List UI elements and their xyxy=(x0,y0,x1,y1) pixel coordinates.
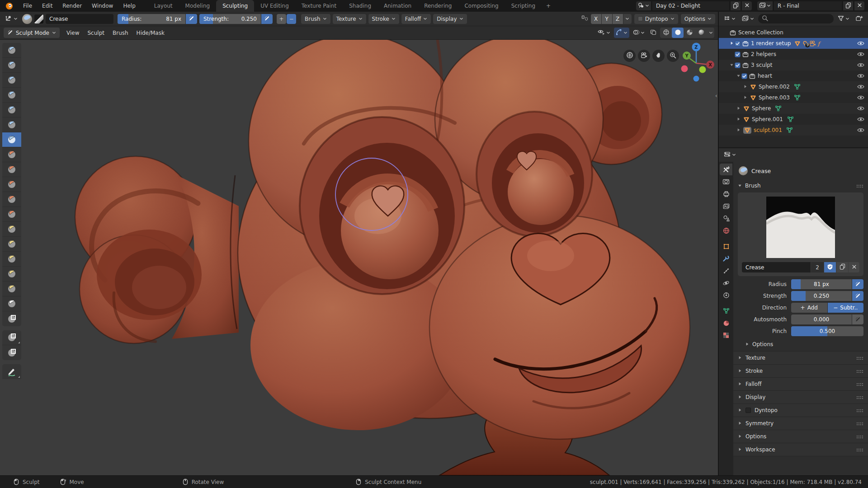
menu-file[interactable]: File xyxy=(18,0,37,12)
panel-grip[interactable] xyxy=(856,448,863,451)
viewlayer-new-button[interactable] xyxy=(843,1,853,10)
brush-inflate[interactable] xyxy=(2,103,21,117)
panel-grip[interactable] xyxy=(856,184,863,188)
brush-snake-hook[interactable] xyxy=(2,237,21,252)
properties-tab-modifiers[interactable] xyxy=(720,253,732,264)
orientation-gizmo[interactable]: Z Y X xyxy=(676,41,716,85)
tab-scripting[interactable]: Scripting xyxy=(505,0,542,12)
hide-in-viewport-toggle[interactable] xyxy=(857,95,864,100)
symmetry-dropdown[interactable] xyxy=(623,14,632,24)
properties-tab-tool[interactable] xyxy=(720,164,732,175)
expand-toggle[interactable] xyxy=(742,84,748,90)
panel-falloff[interactable]: Falloff xyxy=(733,378,868,391)
fake-user-toggle[interactable] xyxy=(824,262,836,272)
outliner-row-sculpt-001[interactable]: sculpt.001 xyxy=(719,125,868,136)
outliner-row-2-helpers[interactable]: 2 helpers xyxy=(719,49,868,60)
brush-thumb[interactable] xyxy=(2,252,21,267)
menu-render[interactable]: Render xyxy=(57,0,87,12)
hide-in-viewport-toggle[interactable] xyxy=(857,127,864,133)
collection-checkbox[interactable] xyxy=(735,41,741,47)
viewlayer-remove-button[interactable] xyxy=(854,1,864,10)
panel-grip[interactable] xyxy=(856,383,863,386)
symmetry-x-toggle[interactable]: X xyxy=(591,14,601,24)
hide-in-viewport-toggle[interactable] xyxy=(857,117,864,122)
outliner-search-input[interactable] xyxy=(758,14,834,23)
expand-toggle[interactable] xyxy=(735,127,741,133)
autosmooth-pressure-toggle[interactable] xyxy=(852,314,863,324)
brush-image-button[interactable] xyxy=(34,14,43,23)
hide-in-viewport-toggle[interactable] xyxy=(857,62,864,68)
direction-add-button[interactable]: + xyxy=(277,14,286,24)
mode-selector[interactable]: Sculpt Mode xyxy=(4,28,60,38)
expand-toggle[interactable] xyxy=(742,94,748,101)
tab-animation[interactable]: Animation xyxy=(377,0,418,12)
unlink-brush-button[interactable] xyxy=(849,262,859,272)
pinch-slider[interactable]: 0.500 xyxy=(791,326,863,336)
brush-panel-header[interactable]: Brush xyxy=(733,180,868,192)
radius-slider[interactable]: 81 px xyxy=(791,279,852,289)
properties-editor-type-selector[interactable] xyxy=(722,150,738,160)
viewport-3d[interactable]: Z Y X ‹ xyxy=(0,40,718,475)
outliner-row-1-render-setup[interactable]: 1 render setup9ƒ xyxy=(719,38,868,49)
tab-texture-paint[interactable]: Texture Paint xyxy=(295,0,343,12)
direction-subtr-button[interactable]: −Subtr.. xyxy=(828,303,864,313)
radius-slider[interactable]: Radius:81 px xyxy=(118,14,185,24)
hide-in-viewport-toggle[interactable] xyxy=(857,73,864,79)
brush-clay[interactable] xyxy=(2,58,21,73)
brush-draw[interactable] xyxy=(2,43,21,58)
brush-smooth[interactable] xyxy=(2,147,21,162)
properties-tab-object[interactable] xyxy=(720,240,732,252)
viewlayer-browse-button[interactable] xyxy=(757,1,773,10)
scene-unlink-button[interactable] xyxy=(742,1,752,10)
outliner-row-sphere-001[interactable]: Sphere.001 xyxy=(719,114,868,125)
brush-blob[interactable] xyxy=(2,117,21,132)
shading-solid-button[interactable] xyxy=(672,28,684,38)
dyntopo-panel-checkbox[interactable] xyxy=(745,408,751,413)
brush-scrape[interactable] xyxy=(2,177,21,192)
direction-add-button[interactable]: +Add xyxy=(791,303,827,313)
expand-toggle[interactable] xyxy=(735,105,741,112)
panel-grip[interactable] xyxy=(856,422,863,425)
outliner-viewlayer-icon-button[interactable] xyxy=(740,14,756,24)
brush-annotate[interactable] xyxy=(2,364,21,379)
tab-uv-editing[interactable]: UV Editing xyxy=(254,0,295,12)
brush-name-field[interactable]: Crease xyxy=(46,14,113,24)
panel-dyntopo[interactable]: Dyntopo xyxy=(733,404,868,417)
tab-modeling[interactable]: Modeling xyxy=(179,0,217,12)
viewport-menu-sculpt[interactable]: Sculpt xyxy=(83,28,108,38)
dyntopo-toggle-dropdown[interactable]: Dyntopo xyxy=(634,14,678,24)
properties-tab-object-data[interactable] xyxy=(720,305,732,317)
add-workspace-button[interactable]: + xyxy=(542,0,555,12)
shading-rendered-button[interactable] xyxy=(695,28,707,38)
brush-box-mask[interactable] xyxy=(2,330,21,345)
pan-view-button[interactable] xyxy=(652,50,665,62)
properties-tab-constraints[interactable] xyxy=(720,289,732,301)
panel-texture[interactable]: Texture xyxy=(733,352,868,365)
options-subpanel-header[interactable]: Options xyxy=(733,338,868,351)
properties-tab-physics[interactable] xyxy=(720,277,732,289)
dropdown-display[interactable]: Display xyxy=(433,14,467,24)
collection-checkbox[interactable] xyxy=(735,52,741,57)
properties-tab-texture[interactable] xyxy=(720,329,732,341)
panel-options[interactable]: Options xyxy=(733,430,868,443)
brush-users-count[interactable]: 2 xyxy=(811,262,824,272)
brush-box-hide[interactable] xyxy=(2,345,21,360)
tab-compositing[interactable]: Compositing xyxy=(458,0,505,12)
properties-tab-scene[interactable] xyxy=(720,212,732,224)
overlays-dropdown[interactable] xyxy=(631,28,646,38)
strength-pressure-toggle[interactable] xyxy=(261,14,273,24)
outliner-row-sphere-002[interactable]: Sphere.002 xyxy=(719,81,868,92)
outliner-filter-dropdown[interactable] xyxy=(835,14,852,24)
strength-slider[interactable]: Strength:0.250 xyxy=(199,14,261,24)
radius-pressure-toggle[interactable] xyxy=(852,279,863,289)
panel-display[interactable]: Display xyxy=(733,391,868,404)
brush-preview-image[interactable] xyxy=(742,197,859,258)
panel-grip[interactable] xyxy=(856,409,863,412)
outliner-row-sphere[interactable]: Sphere xyxy=(719,103,868,114)
tab-layout[interactable]: Layout xyxy=(148,0,179,12)
expand-toggle[interactable] xyxy=(728,40,735,47)
scene-name-field[interactable]: Day 02 - Delight xyxy=(652,1,729,10)
object-visibility-dropdown[interactable] xyxy=(596,28,612,38)
hide-in-viewport-toggle[interactable] xyxy=(857,84,864,89)
panel-workspace[interactable]: Workspace xyxy=(733,443,868,456)
